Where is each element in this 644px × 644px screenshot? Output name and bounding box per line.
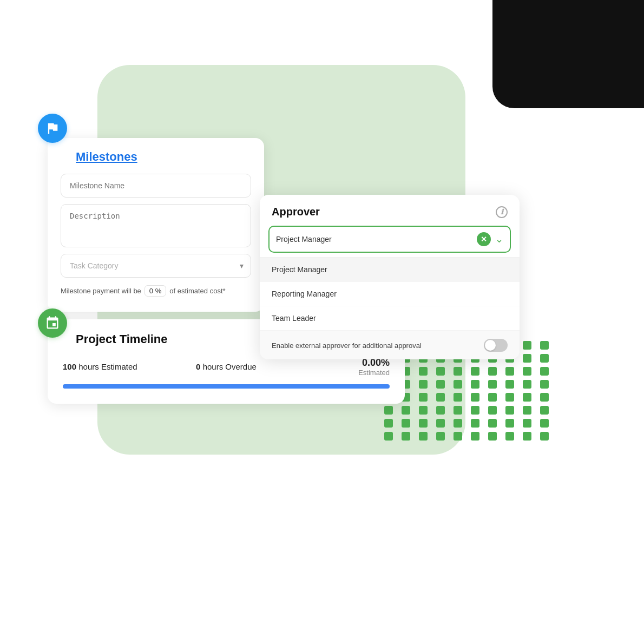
progress-bar-fill	[63, 384, 390, 389]
task-category-wrapper: Task Category ▾	[61, 254, 251, 278]
milestone-name-input[interactable]	[61, 174, 251, 198]
percent-stat: 0.00% Estimated	[281, 357, 390, 377]
estimated-label: hours Estimated	[78, 362, 137, 371]
page-container: Milestones Task Category ▾ Milestone pay…	[0, 0, 644, 644]
external-approver-label: Enable external approver for additional …	[272, 341, 422, 350]
approver-chevron-icon[interactable]: ⌄	[495, 233, 503, 245]
milestone-title: Milestones	[76, 150, 251, 164]
approver-option-team-leader[interactable]: Team Leader	[260, 306, 520, 331]
overdue-label: hours Overdue	[203, 362, 257, 371]
approver-clear-button[interactable]: ✕	[477, 232, 491, 246]
estimated-stat: 100 hours Estimated	[63, 362, 172, 372]
milestone-payment: Milestone payment will be 0 % of estimat…	[61, 285, 251, 297]
approver-title: Approver	[272, 206, 320, 218]
payment-percent[interactable]: 0 %	[144, 285, 166, 297]
overdue-value: 0 hours Overdue	[196, 362, 257, 371]
dark-overlay	[492, 0, 644, 108]
external-approver-toggle[interactable]	[484, 339, 508, 352]
approver-select-row[interactable]: Project Manager ✕ ⌄	[268, 226, 511, 253]
description-input[interactable]	[61, 204, 251, 247]
approver-external-row: Enable external approver for additional …	[260, 331, 520, 359]
toggle-knob	[485, 340, 496, 351]
overdue-stat: 0 hours Overdue	[172, 362, 280, 372]
approver-selected-value: Project Manager	[276, 235, 477, 244]
timeline-stats: 100 hours Estimated 0 hours Overdue 0.00…	[63, 357, 390, 377]
timeline-title: Project Timeline	[76, 332, 168, 346]
timeline-icon	[38, 308, 67, 338]
approver-header: Approver ℹ	[260, 195, 520, 226]
info-icon[interactable]: ℹ	[496, 206, 508, 218]
milestone-card: Milestones Task Category ▾ Milestone pay…	[48, 138, 264, 312]
approver-option-project-manager[interactable]: Project Manager	[260, 258, 520, 282]
task-category-select[interactable]: Task Category	[61, 254, 251, 278]
approver-dropdown-list: Project Manager Reporting Manager Team L…	[260, 257, 520, 331]
milestone-icon	[38, 114, 67, 143]
approver-card: Approver ℹ Project Manager ✕ ⌄ Project M…	[260, 195, 520, 359]
progress-bar-background	[63, 384, 390, 389]
percent-label: Estimated	[281, 369, 390, 377]
estimated-value: 100 hours Estimated	[63, 362, 137, 371]
approver-option-reporting-manager[interactable]: Reporting Manager	[260, 282, 520, 306]
